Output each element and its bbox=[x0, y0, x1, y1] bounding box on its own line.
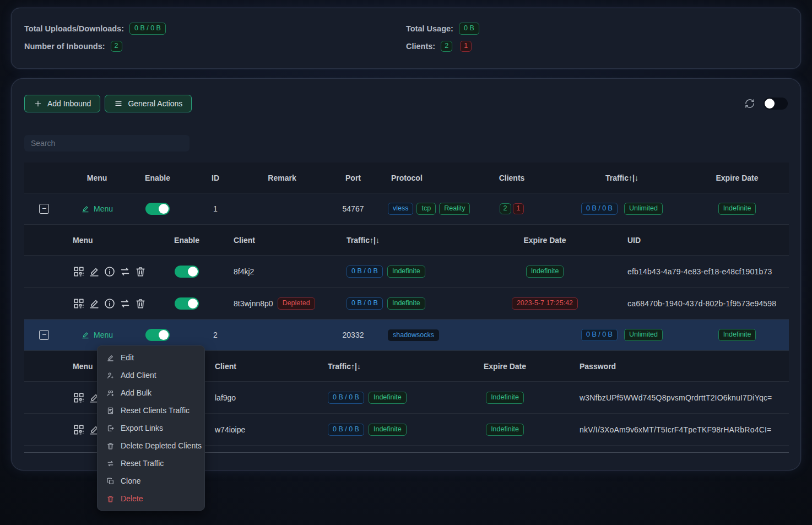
traffic-limit-badge: Unlimited bbox=[624, 329, 663, 341]
col-expire-date: Expire Date bbox=[435, 362, 575, 371]
col-expire-date: Expire Date bbox=[476, 236, 614, 245]
stat-value-badge: 2 bbox=[111, 41, 122, 52]
client-password: w3NfbzUPf5WWd745Q8pvsmQrdrttT2IO6knuI7Di… bbox=[575, 393, 789, 402]
expire-badge: Indefinite bbox=[486, 424, 524, 436]
menu-item-label: Export Links bbox=[121, 424, 163, 432]
enable-toggle[interactable] bbox=[145, 329, 170, 341]
reset-traffic-icon[interactable] bbox=[119, 297, 131, 310]
edit-icon[interactable] bbox=[88, 297, 100, 310]
col-menu: Menu bbox=[64, 174, 130, 182]
menu-item-edit[interactable]: Edit bbox=[100, 349, 202, 366]
menu-item-label: Clone bbox=[121, 477, 141, 485]
file-reset-icon bbox=[106, 407, 115, 415]
depleted-badge: Depleted bbox=[278, 297, 315, 310]
col-id: ID bbox=[185, 174, 246, 182]
inbound-id: 2 bbox=[185, 331, 246, 339]
delete-icon[interactable] bbox=[134, 297, 147, 310]
client-name: laf9go bbox=[206, 393, 324, 402]
menu-item-reset-clients-traffic[interactable]: Reset Clients Traffic bbox=[100, 402, 202, 419]
collapse-row-button[interactable]: − bbox=[39, 204, 49, 214]
traffic-badge: 0 B / 0 B bbox=[328, 424, 364, 436]
menu-item-delete[interactable]: Delete bbox=[100, 490, 202, 507]
traffic-badge: 0 B / 0 B bbox=[347, 297, 383, 310]
col-menu: Menu bbox=[64, 236, 156, 245]
inbound-port: 20332 bbox=[318, 331, 388, 339]
col-client: Client bbox=[217, 236, 333, 245]
client-password: nkV/I/3XoAm9v6xMT/T5IcrF4TpeTKF98rHARbRo… bbox=[575, 425, 789, 434]
col-client: Client bbox=[206, 362, 324, 371]
col-traffic[interactable]: Traffic↑|↓ bbox=[333, 236, 476, 245]
menu-item-label: Edit bbox=[121, 353, 134, 362]
client-actions bbox=[64, 266, 156, 278]
menu-item-label: Add Client bbox=[121, 371, 156, 380]
refresh-icon[interactable] bbox=[744, 98, 755, 109]
general-actions-button[interactable]: General Actions bbox=[105, 95, 192, 112]
edit-icon bbox=[81, 204, 90, 213]
col-expire-date: Expire Date bbox=[685, 174, 789, 182]
edit-icon bbox=[81, 331, 90, 339]
menu-item-label: Add Bulk bbox=[121, 388, 151, 397]
stats-panel: Total Uploads/Downloads: 0 B / 0 B Total… bbox=[11, 8, 801, 69]
stat-label: Total Uploads/Downloads: bbox=[24, 24, 124, 33]
qrcode-icon[interactable] bbox=[73, 266, 85, 278]
qrcode-icon[interactable] bbox=[73, 392, 85, 404]
inbound-protocols: vless tcp Reality bbox=[388, 203, 465, 215]
inbounds-panel: Add Inbound General Actions Menu Enable … bbox=[11, 78, 801, 470]
qrcode-icon[interactable] bbox=[73, 297, 85, 310]
client-name: 8f4kj2 bbox=[217, 267, 333, 276]
info-icon[interactable] bbox=[104, 297, 116, 310]
col-traffic[interactable]: Traffic↑|↓ bbox=[559, 174, 685, 182]
clone-icon bbox=[106, 477, 115, 485]
inbound-row-1: − Menu 1 54767 vless tcp Reality 2 1 0 bbox=[24, 193, 789, 225]
add-inbound-button[interactable]: Add Inbound bbox=[24, 95, 100, 112]
menu-item-label: Reset Clients Traffic bbox=[121, 406, 190, 415]
inbound-menu-button[interactable]: Menu bbox=[81, 331, 113, 339]
stat-number-of-inbounds: Number of Inbounds: 2 bbox=[24, 41, 406, 52]
menu-item-add-bulk[interactable]: Add Bulk bbox=[100, 384, 202, 402]
menu-item-clone[interactable]: Clone bbox=[100, 472, 202, 490]
col-traffic[interactable]: Traffic↑|↓ bbox=[324, 362, 435, 371]
enable-toggle[interactable] bbox=[145, 203, 170, 215]
delete-depleted-icon bbox=[106, 442, 115, 450]
search-input[interactable] bbox=[24, 135, 190, 151]
col-enable: Enable bbox=[130, 174, 185, 182]
inbound-traffic: 0 B / 0 B Unlimited bbox=[559, 329, 685, 341]
menu-item-delete-depleted-clients[interactable]: Delete Depleted Clients bbox=[100, 437, 202, 454]
traffic-limit-badge: Indefinite bbox=[387, 297, 425, 310]
reset-traffic-icon[interactable] bbox=[119, 266, 131, 278]
menu-item-export-links[interactable]: Export Links bbox=[100, 419, 202, 437]
client-traffic: 0 B / 0 B Indefinite bbox=[324, 424, 435, 436]
stat-label: Clients: bbox=[406, 42, 435, 51]
inbound-port: 54767 bbox=[318, 204, 388, 213]
expire-badge: Indefinite bbox=[526, 266, 564, 278]
traffic-badge: 0 B / 0 B bbox=[581, 203, 618, 215]
enable-toggle[interactable] bbox=[175, 297, 199, 310]
enable-toggle[interactable] bbox=[175, 266, 199, 278]
menu-item-add-client[interactable]: Add Client bbox=[100, 366, 202, 384]
table-header-row: Menu Enable ID Remark Port Protocol Clie… bbox=[24, 163, 789, 193]
edit-icon[interactable] bbox=[88, 266, 100, 278]
plus-icon bbox=[34, 99, 42, 108]
qrcode-icon[interactable] bbox=[73, 424, 85, 436]
auto-refresh-toggle[interactable] bbox=[764, 98, 788, 110]
user-add-icon bbox=[106, 371, 115, 380]
menu-label: Menu bbox=[94, 204, 113, 213]
clients-active-badge: 2 bbox=[441, 41, 452, 52]
client-traffic: 0 B / 0 B Indefinite bbox=[333, 297, 476, 310]
info-icon[interactable] bbox=[104, 266, 116, 278]
col-protocol: Protocol bbox=[388, 174, 465, 182]
stat-value-badge: 0 B bbox=[459, 23, 479, 35]
clients-depleted-badge: 1 bbox=[513, 203, 524, 214]
client-uid: ca68470b-1940-437d-802b-1f9573e94598 bbox=[614, 299, 789, 308]
stat-total-usage: Total Usage: 0 B bbox=[406, 23, 788, 35]
collapse-row-button[interactable]: − bbox=[39, 330, 49, 340]
inbound-context-menu: Edit Add Client Add Bulk Reset Clients T… bbox=[97, 345, 205, 511]
inbound-protocols: shadowsocks bbox=[388, 329, 465, 341]
delete-icon[interactable] bbox=[134, 266, 147, 278]
reset-traffic-icon bbox=[106, 459, 115, 468]
stat-clients: Clients: 2 1 bbox=[406, 41, 788, 52]
menu-item-reset-traffic[interactable]: Reset Traffic bbox=[100, 454, 202, 472]
protocol-badge: vless bbox=[388, 203, 413, 215]
menu-label: Menu bbox=[94, 331, 113, 339]
inbound-menu-button[interactable]: Menu bbox=[81, 204, 113, 213]
